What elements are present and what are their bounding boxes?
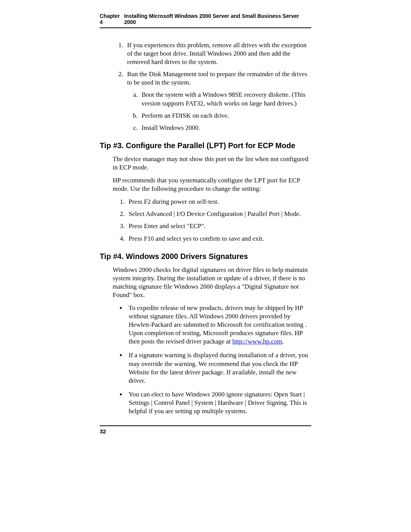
page-header: Chapter 4 Installing Microsoft Windows 2… xyxy=(100,13,311,28)
list-item: To expedite release of new products, dri… xyxy=(126,304,311,346)
list-item: Boot the system with a Windows 98SE reco… xyxy=(139,91,311,107)
list-item: If a signature warning is displayed duri… xyxy=(126,351,311,385)
list-item: Press F10 and select yes to confirm to s… xyxy=(126,235,311,243)
ordered-list-top: If you experiences this problem, remove … xyxy=(100,41,311,132)
chapter-label: Chapter 4 xyxy=(100,13,124,25)
list-item-text: Run the Disk Management tool to prepare … xyxy=(127,70,307,86)
hp-link[interactable]: http://www.hp.com xyxy=(232,338,282,345)
tip3-heading: Tip #3. Configure the Parallel (LPT) Por… xyxy=(100,141,311,150)
ordered-list-steps: Press F2 during power on self-test. Sele… xyxy=(100,198,311,243)
list-item: Perform an FDISK on each drive. xyxy=(139,112,311,120)
list-item: Press Enter and select "ECP". xyxy=(126,222,311,230)
body-content: If you experiences this problem, remove … xyxy=(100,41,311,435)
paragraph: HP recommends that you systematically co… xyxy=(113,176,311,193)
page-number: 32 xyxy=(100,428,106,435)
bullet-list: To expedite release of new products, dri… xyxy=(100,304,311,415)
page-footer: 32 xyxy=(100,425,311,435)
paragraph: The device manager may not show this por… xyxy=(113,155,311,172)
bullet-text-post: . xyxy=(282,338,284,345)
ordered-list-alpha: Boot the system with a Windows 98SE reco… xyxy=(127,91,311,132)
list-item: Press F2 during power on self-test. xyxy=(126,198,311,206)
list-item: Run the Disk Management tool to prepare … xyxy=(125,70,311,132)
list-item: If you experiences this problem, remove … xyxy=(125,41,311,66)
list-item: Install Windows 2000. xyxy=(139,124,311,132)
header-title: Installing Microsoft Windows 2000 Server… xyxy=(124,13,311,25)
document-page: Chapter 4 Installing Microsoft Windows 2… xyxy=(0,0,411,532)
tip4-heading: Tip #4. Windows 2000 Drivers Signatures xyxy=(100,251,311,261)
list-item: Select Advanced | I/O Device Configurati… xyxy=(126,210,311,218)
list-item: You can elect to have Windows 2000 ignor… xyxy=(126,390,311,415)
paragraph: Windows 2000 checks for digital signatur… xyxy=(113,266,311,299)
